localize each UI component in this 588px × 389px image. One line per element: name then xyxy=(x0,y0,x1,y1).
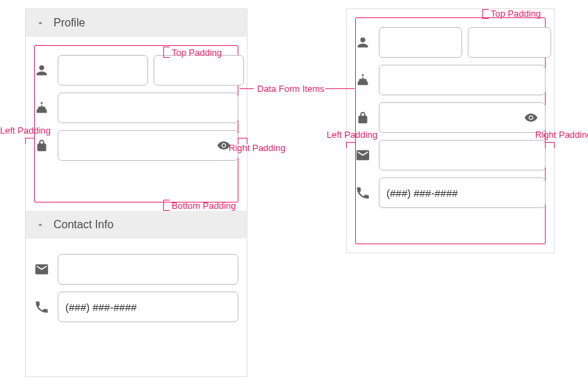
profile-title: Profile xyxy=(54,17,85,29)
left-padding-bracket-r xyxy=(346,142,356,148)
name-fields xyxy=(58,55,238,86)
contact-header[interactable]: Contact Info xyxy=(26,211,247,239)
callout-line-left xyxy=(240,88,254,89)
right-form-area: (###) ###-#### xyxy=(347,9,554,253)
email-icon xyxy=(34,262,49,277)
lock-icon xyxy=(34,138,49,153)
callout-line-right xyxy=(325,88,354,89)
top-padding-bracket-r xyxy=(482,9,488,19)
email-field-r[interactable] xyxy=(379,140,546,170)
last-name-field-r[interactable] xyxy=(468,27,551,58)
bottom-padding-bracket-l xyxy=(163,200,169,211)
cake-icon xyxy=(34,100,49,116)
name-row xyxy=(34,55,238,86)
right-padding-label-r: Right Padding xyxy=(535,129,588,140)
first-name-field-r[interactable] xyxy=(379,27,462,58)
cake-icon xyxy=(355,72,370,88)
password-field[interactable] xyxy=(58,130,238,161)
contact-form-area: (###) ###-#### xyxy=(26,239,247,331)
left-padding-label-r: Left Padding xyxy=(327,129,377,140)
birthday-field-r[interactable] xyxy=(379,65,546,95)
left-padding-bracket-l xyxy=(25,138,35,143)
right-padding-label-l: Right Padding xyxy=(229,143,286,153)
birthday-row xyxy=(34,93,238,123)
first-name-field[interactable] xyxy=(58,55,148,86)
bottom-padding-label-l: Bottom Padding xyxy=(172,200,236,211)
email-row-r xyxy=(355,140,546,170)
chevron-up-icon xyxy=(35,220,45,230)
password-row xyxy=(34,130,238,161)
phone-row: (###) ###-#### xyxy=(34,292,238,322)
right-padding-bracket-r xyxy=(545,142,555,148)
phone-icon xyxy=(355,185,370,200)
profile-header[interactable]: Profile xyxy=(26,9,247,37)
email-field[interactable] xyxy=(58,254,238,285)
name-fields-r xyxy=(379,27,546,58)
data-form-items-label: Data Form Items xyxy=(257,84,325,94)
eye-icon[interactable] xyxy=(524,111,538,125)
phone-row-r: (###) ###-#### xyxy=(355,177,546,208)
email-row xyxy=(34,254,238,285)
phone-icon xyxy=(34,299,49,315)
top-padding-label-l: Top Padding xyxy=(172,47,222,58)
top-padding-label-r: Top Padding xyxy=(491,8,541,19)
phone-field-r[interactable]: (###) ###-#### xyxy=(379,177,546,208)
last-name-field[interactable] xyxy=(154,55,244,86)
phone-mask-text: (###) ###-#### xyxy=(65,301,137,313)
password-field-r[interactable] xyxy=(379,102,546,133)
person-icon xyxy=(34,63,49,78)
contact-title: Contact Info xyxy=(54,219,113,231)
chevron-up-icon xyxy=(35,18,45,28)
name-row-r xyxy=(355,27,546,58)
phone-field[interactable]: (###) ###-#### xyxy=(58,292,238,322)
email-icon xyxy=(355,148,370,163)
birthday-field[interactable] xyxy=(58,93,238,123)
left-padding-label-l: Left Padding xyxy=(0,125,51,136)
password-row-r xyxy=(355,102,546,133)
left-panel: Profile Contact Info xyxy=(25,8,247,377)
person-icon xyxy=(355,35,370,50)
profile-form-area xyxy=(26,37,247,211)
lock-icon xyxy=(355,110,370,125)
phone-mask-text-r: (###) ###-#### xyxy=(386,187,458,199)
top-padding-bracket-l xyxy=(163,47,169,58)
birthday-row-r xyxy=(355,65,546,95)
